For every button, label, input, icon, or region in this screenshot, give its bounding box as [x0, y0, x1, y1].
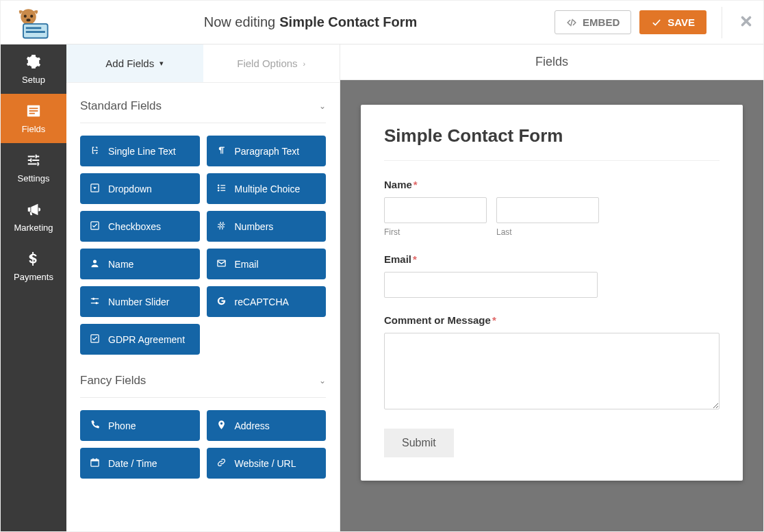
rail-item-fields[interactable]: Fields	[1, 94, 66, 143]
tile-recaptcha[interactable]: reCAPTCHA	[207, 286, 327, 317]
save-button-label: SAVE	[667, 16, 695, 28]
editing-label: Now editing Simple Contact Form	[66, 14, 555, 30]
field-email[interactable]: Email*	[384, 253, 720, 298]
input-first-name[interactable]	[384, 197, 487, 223]
tile-label: Multiple Choice	[235, 183, 301, 194]
svg-rect-10	[29, 110, 38, 112]
fields-panel[interactable]: Add Fields ▾ Field Options › Standard Fi…	[66, 45, 340, 531]
save-button[interactable]: SAVE	[639, 10, 706, 34]
label-text: Email	[384, 253, 411, 265]
chevron-right-icon: ›	[303, 60, 306, 68]
section-title: Fancy Fields	[80, 374, 146, 388]
tile-label: GDPR Agreement	[108, 334, 185, 345]
required-asterisk: *	[492, 314, 496, 326]
topbar-separator	[722, 7, 722, 38]
envelope-icon	[216, 258, 227, 270]
form-preview: Simple Contact Form Name* First Last	[361, 105, 743, 481]
section-toggle-fancy[interactable]: Fancy Fields ⌄	[80, 374, 326, 398]
chevron-down-icon: ⌄	[319, 101, 326, 111]
tile-dropdown[interactable]: Dropdown	[80, 173, 200, 204]
label-text: Name	[384, 179, 412, 190]
phone-icon	[90, 420, 100, 432]
embed-button[interactable]: EMBED	[555, 10, 631, 34]
field-comment[interactable]: Comment or Message*	[384, 314, 720, 412]
tab-field-options[interactable]: Field Options ›	[203, 45, 340, 82]
tile-numbers[interactable]: Numbers	[207, 211, 327, 242]
svg-rect-30	[96, 458, 97, 460]
section-standard-fields: Standard Fields ⌄ Single Line Text Parag…	[66, 83, 340, 357]
hash-icon	[216, 220, 227, 233]
form-title-text: Simple Contact Form	[279, 14, 417, 30]
topbar-actions: EMBED SAVE	[555, 7, 729, 38]
side-rail: Setup Fields Settings Marketing Payments	[1, 45, 66, 531]
tile-gdpr[interactable]: GDPR Agreement	[80, 324, 200, 355]
tile-datetime[interactable]: Date / Time	[80, 448, 200, 479]
tile-name[interactable]: Name	[80, 249, 200, 279]
main-grid: Setup Fields Settings Marketing Payments	[1, 45, 763, 531]
close-button[interactable]	[729, 14, 763, 31]
tile-label: Address	[235, 420, 270, 431]
sliders-icon	[90, 296, 100, 308]
list-ul-icon	[216, 183, 227, 195]
chevron-down-icon: ⌄	[319, 376, 326, 385]
tile-address[interactable]: Address	[207, 410, 327, 441]
rail-item-settings[interactable]: Settings	[1, 143, 66, 192]
svg-rect-5	[26, 27, 42, 29]
section-fancy-fields: Fancy Fields ⌄ Phone Address Date / Time…	[66, 357, 340, 481]
tile-multiple-choice[interactable]: Multiple Choice	[207, 173, 327, 204]
tile-checkboxes[interactable]: Checkboxes	[80, 211, 200, 242]
submit-button[interactable]: Submit	[384, 429, 454, 457]
svg-rect-16	[220, 185, 225, 186]
bullhorn-icon	[26, 202, 41, 219]
svg-line-7	[571, 19, 572, 25]
tile-label: Date / Time	[108, 458, 157, 469]
tile-label: Email	[235, 259, 259, 270]
label-text: Comment or Message	[384, 314, 491, 326]
svg-rect-18	[220, 190, 225, 190]
now-editing-text: Now editing	[204, 14, 276, 30]
svg-point-13	[217, 184, 219, 186]
map-marker-icon	[216, 420, 227, 432]
tile-label: Number Slider	[108, 296, 169, 307]
field-name[interactable]: Name* First Last	[384, 179, 720, 237]
svg-rect-28	[91, 459, 99, 461]
rail-item-setup[interactable]: Setup	[1, 45, 66, 94]
textarea-comment[interactable]	[384, 333, 720, 409]
canvas-header: Fields	[340, 45, 763, 80]
svg-point-23	[92, 297, 94, 299]
embed-button-label: EMBED	[583, 16, 620, 28]
input-email[interactable]	[384, 272, 598, 298]
label-email: Email*	[384, 253, 720, 265]
user-icon	[90, 258, 100, 270]
section-toggle-standard[interactable]: Standard Fields ⌄	[80, 99, 326, 123]
preview-canvas: Fields Simple Contact Form Name* First L…	[340, 45, 763, 531]
rail-item-marketing[interactable]: Marketing	[1, 192, 66, 242]
rail-label: Payments	[14, 272, 53, 282]
rail-item-payments[interactable]: Payments	[1, 242, 66, 291]
tile-email[interactable]: Email	[207, 249, 327, 279]
rail-label: Fields	[22, 124, 46, 134]
svg-rect-6	[26, 31, 45, 33]
tile-label: Numbers	[235, 221, 274, 232]
caret-square-icon	[90, 183, 100, 195]
tile-paragraph-text[interactable]: Paragraph Text	[207, 136, 327, 166]
tile-phone[interactable]: Phone	[80, 410, 200, 441]
required-asterisk: *	[413, 253, 417, 265]
input-last-name[interactable]	[496, 197, 599, 223]
tile-number-slider[interactable]: Number Slider	[80, 286, 200, 317]
tile-single-line-text[interactable]: Single Line Text	[80, 136, 200, 166]
tab-add-fields[interactable]: Add Fields ▾	[66, 45, 203, 82]
sublabel-first: First	[384, 227, 487, 237]
svg-point-14	[217, 187, 219, 189]
svg-point-2	[30, 14, 33, 17]
dollar-icon	[26, 251, 41, 268]
tile-label: Name	[108, 259, 133, 270]
panel-tabs: Add Fields ▾ Field Options ›	[66, 45, 340, 83]
tile-website[interactable]: Website / URL	[207, 448, 327, 479]
svg-point-25	[95, 302, 97, 304]
tab-label: Field Options	[237, 58, 297, 69]
tile-label: Dropdown	[108, 183, 152, 194]
form-heading: Simple Contact Form	[384, 125, 720, 147]
rail-label: Setup	[22, 75, 45, 85]
tile-grid-standard: Single Line Text Paragraph Text Dropdown…	[80, 136, 326, 355]
